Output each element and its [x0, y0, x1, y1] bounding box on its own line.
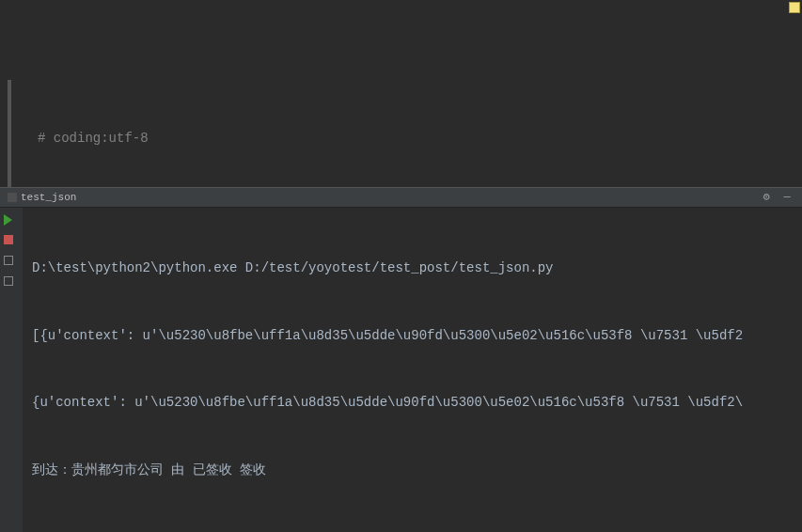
- console-line: {u'context': u'\u5230\u8fbe\uff1a\u8d35\…: [32, 392, 793, 415]
- run-panel-header: test_json ⚙ —: [0, 187, 802, 208]
- run-tab-title[interactable]: test_json: [21, 192, 753, 203]
- layout-icon[interactable]: [4, 256, 19, 271]
- console-line: D:\test\python2\python.exe D:/test/yoyot…: [32, 258, 793, 280]
- rerun-icon[interactable]: [4, 214, 19, 229]
- console-line: [{u'context': u'\u5230\u8fbe\uff1a\u8d35…: [32, 325, 793, 348]
- console-text[interactable]: D:\test\python2\python.exe D:/test/yoyot…: [23, 208, 802, 532]
- status-indicator: [789, 2, 800, 13]
- console-line: 到达：贵州都匀市公司 由 已签收 签收: [32, 460, 793, 482]
- run-tab-icon: [8, 193, 17, 202]
- console-output: D:\test\python2\python.exe D:/test/yoyot…: [0, 208, 802, 532]
- console-toolbar: [0, 208, 23, 532]
- minimize-icon[interactable]: —: [779, 190, 794, 205]
- code-editor[interactable]: # coding:utf-8 import requests url = "ht…: [0, 0, 802, 187]
- stop-icon[interactable]: [4, 235, 19, 250]
- misc-icon[interactable]: [4, 276, 19, 291]
- code-comment: # coding:utf-8: [38, 131, 149, 146]
- gear-icon[interactable]: ⚙: [759, 190, 774, 205]
